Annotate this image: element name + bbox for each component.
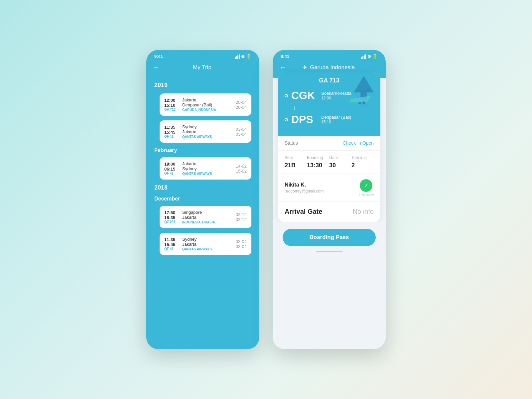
arr-info: Denpasar (Bali) 15:10 bbox=[321, 115, 351, 124]
dep-date-4: 03-12 bbox=[236, 212, 247, 217]
flight-cities-4: Singapore Jakarta INDONESIA AIRASIA bbox=[182, 210, 232, 224]
airline-2: QANTAS AIRWAYS bbox=[182, 135, 232, 139]
boarding-label: Boarding bbox=[307, 155, 329, 160]
boarding-col: Boarding 13:30 bbox=[307, 155, 329, 169]
flight-code-2: QF 41 bbox=[164, 135, 179, 138]
arr-dot bbox=[285, 118, 288, 121]
dep-code: CGK bbox=[291, 89, 318, 102]
dep-time-4: 17:50 bbox=[164, 210, 179, 215]
airline-header: ✈ Garuda Indonesia bbox=[302, 64, 355, 71]
svg-point-2 bbox=[362, 101, 365, 104]
dep-dot bbox=[285, 94, 288, 97]
seat-label: Seat bbox=[285, 155, 307, 160]
dep-time-3: 19:00 bbox=[164, 162, 179, 167]
time-1: 9:41 bbox=[154, 54, 163, 59]
arrival-gate-value: No info bbox=[353, 208, 374, 215]
flight-dot-3 bbox=[148, 167, 151, 170]
flight-cities-5: Sydney Jakarta QANTAS AIRWAYS bbox=[182, 237, 232, 251]
arr-time: 15:10 bbox=[321, 120, 351, 124]
flight-item-4[interactable]: 17:50 18:35 QZ 267 Singapore Jakarta IND… bbox=[154, 206, 251, 228]
dep-time-5: 11:35 bbox=[164, 237, 179, 242]
wifi-icon: ⊛ bbox=[241, 54, 245, 59]
arrival-row: DPS Denpasar (Bali) 15:10 bbox=[285, 113, 374, 126]
passenger-row: Nikita K. nikicomry@gmail.com ✓ Checked-… bbox=[278, 174, 380, 202]
arr-city-1: Denpasar (Bali) bbox=[182, 102, 232, 107]
flight-dot-4 bbox=[148, 215, 151, 219]
flight-dot-1 bbox=[148, 103, 151, 106]
signal-icon bbox=[235, 54, 240, 59]
arr-date-4: 03-12 bbox=[236, 217, 247, 222]
arr-city-5: Jakarta bbox=[182, 242, 232, 247]
arr-time-1: 15:10 bbox=[164, 103, 179, 108]
flight-card-4[interactable]: 17:50 18:35 QZ 267 Singapore Jakarta IND… bbox=[160, 206, 251, 228]
flight-cities-2: Sydney Jakarta QANTAS AIRWAYS bbox=[182, 124, 232, 139]
flight-item-1[interactable]: 12:00 15:10 GA 713 Jakarta Denpasar (Bal… bbox=[154, 93, 251, 116]
terminal-col: Terminal 2 bbox=[351, 155, 374, 169]
airline-4: INDONESIA AIRASIA bbox=[182, 220, 232, 224]
flight-dot-2 bbox=[148, 130, 151, 133]
flight-times-1: 12:00 15:10 GA 713 bbox=[164, 98, 179, 111]
arr-city-4: Jakarta bbox=[182, 215, 232, 220]
arr-date-5: 03-04 bbox=[236, 244, 247, 249]
dep-date-2: 03-04 bbox=[236, 127, 247, 132]
arr-date-2: 03-04 bbox=[236, 132, 247, 137]
phone-2-bottom: Boarding Pass bbox=[273, 222, 386, 259]
card-top: GA 713 CGK bbox=[278, 72, 380, 136]
phone-2: 9:41 ⊛ 🔋 ← ✈ Garuda Indonesia GA 713 bbox=[273, 50, 386, 349]
status-value: Check-in Open bbox=[343, 140, 374, 146]
battery-icon-2: 🔋 bbox=[372, 54, 378, 59]
arr-airport: Denpasar (Bali) bbox=[321, 115, 351, 120]
flight-dates-3: 14-02 15-02 bbox=[236, 164, 247, 174]
arrival-gate-row: Arrival Gate No info bbox=[278, 202, 380, 222]
flight-item-5[interactable]: 11:35 15:45 QF 41 Sydney Jakarta QANTAS … bbox=[154, 233, 251, 255]
flight-code-5: QF 41 bbox=[164, 247, 179, 251]
arrival-gate-label: Arrival Gate bbox=[285, 208, 322, 215]
wifi-icon-2: ⊛ bbox=[367, 54, 371, 59]
flight-item-3[interactable]: 19:00 06:15 QF 42 Jakarta Sydney QANTAS … bbox=[154, 157, 251, 180]
back-button-2[interactable]: ← bbox=[279, 64, 286, 71]
passenger-info: Nikita K. nikicomry@gmail.com bbox=[285, 182, 324, 194]
signal-icon-2 bbox=[361, 54, 366, 59]
flight-code-1: GA 713 bbox=[164, 108, 179, 111]
flight-card-3[interactable]: 19:00 06:15 QF 42 Jakarta Sydney QANTAS … bbox=[160, 157, 251, 180]
page-title-1: My Trip bbox=[193, 64, 211, 71]
boarding-pass-button[interactable]: Boarding Pass bbox=[283, 229, 376, 246]
flight-dates-5: 03-04 03-04 bbox=[236, 239, 247, 249]
airline-logo-icon: ✈ bbox=[302, 64, 307, 71]
arr-date-1: 20-04 bbox=[236, 105, 247, 110]
flight-times-4: 17:50 18:35 QZ 267 bbox=[164, 210, 179, 224]
flight-card-2[interactable]: 11:35 15:45 QF 41 Sydney Jakarta QANTAS … bbox=[160, 120, 251, 143]
back-button-1[interactable]: ← bbox=[153, 64, 160, 71]
status-bar-1: 9:41 ⊛ 🔋 bbox=[146, 50, 259, 61]
phone-1: 9:41 ⊛ 🔋 ← My Trip 2019 12:00 bbox=[146, 50, 259, 349]
arr-city-3: Sydney bbox=[182, 166, 232, 171]
airline-name: Garuda Indonesia bbox=[310, 64, 355, 71]
flight-card-5[interactable]: 11:35 15:45 QF 41 Sydney Jakarta QANTAS … bbox=[160, 233, 251, 255]
flight-item-2[interactable]: 11:35 15:45 QF 41 Sydney Jakarta QANTAS … bbox=[154, 120, 251, 143]
boarding-value: 13:30 bbox=[307, 162, 329, 169]
airline-5: QANTAS AIRWAYS bbox=[182, 247, 232, 251]
battery-icon: 🔋 bbox=[246, 54, 251, 59]
terminal-value: 2 bbox=[351, 162, 374, 169]
flight-dates-1: 20-04 20-04 bbox=[236, 100, 247, 110]
status-label: Status bbox=[285, 140, 298, 146]
arrow-down-icon: ↓ bbox=[293, 104, 296, 111]
flight-detail-card: GA 713 CGK bbox=[278, 72, 380, 222]
month-label-feb: February bbox=[154, 147, 251, 153]
flight-card-1[interactable]: 12:00 15:10 GA 713 Jakarta Denpasar (Bal… bbox=[160, 93, 251, 116]
gate-value: 30 bbox=[329, 162, 351, 169]
status-row: Status Check-in Open bbox=[278, 136, 380, 151]
flight-times-2: 11:35 15:45 QF 41 bbox=[164, 125, 179, 138]
arr-city-2: Jakarta bbox=[182, 129, 232, 134]
flight-dates-2: 03-04 03-04 bbox=[236, 127, 247, 137]
time-2: 9:41 bbox=[281, 54, 289, 59]
arr-date-3: 15-02 bbox=[236, 169, 247, 174]
dep-city-2: Sydney bbox=[182, 124, 232, 129]
status-bar-2: 9:41 ⊛ 🔋 bbox=[273, 50, 386, 61]
passenger-email: nikicomry@gmail.com bbox=[285, 189, 324, 194]
status-icons-1: ⊛ 🔋 bbox=[235, 54, 251, 59]
arr-time-2: 15:45 bbox=[164, 130, 179, 135]
dep-city-4: Singapore bbox=[182, 210, 232, 215]
dep-time-1: 12:00 bbox=[164, 98, 179, 103]
boarding-info-row: Seat 21B Boarding 13:30 Gate 30 Terminal… bbox=[278, 151, 380, 174]
